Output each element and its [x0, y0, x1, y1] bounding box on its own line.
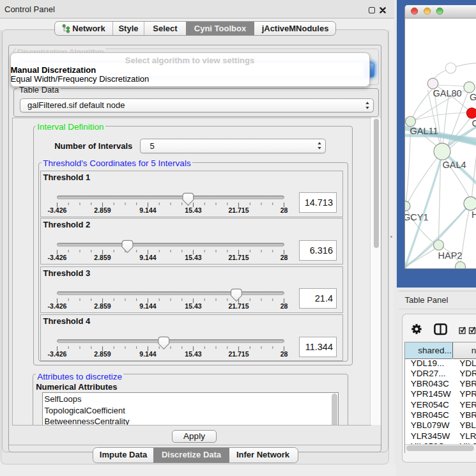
- svg-text:15.43: 15.43: [185, 302, 202, 310]
- svg-text:GAL11: GAL11: [410, 126, 438, 136]
- svg-text:9.144: 9.144: [140, 350, 157, 358]
- svg-text:HAP2: HAP2: [438, 250, 462, 261]
- svg-text:21.715: 21.715: [229, 206, 249, 214]
- svg-text:28: 28: [280, 302, 288, 310]
- svg-text:21.715: 21.715: [229, 350, 249, 358]
- svg-text:21.715: 21.715: [229, 302, 249, 310]
- svg-text:21.715: 21.715: [229, 254, 249, 261]
- svg-text:HIS4: HIS4: [472, 209, 476, 219]
- svg-text:-3.426: -3.426: [48, 350, 67, 358]
- svg-text:2.859: 2.859: [95, 206, 111, 214]
- svg-text:15.43: 15.43: [185, 206, 202, 214]
- svg-text:15.43: 15.43: [185, 350, 202, 358]
- svg-text:9.144: 9.144: [140, 254, 157, 261]
- svg-text:15.43: 15.43: [185, 254, 202, 261]
- svg-text:GAL4: GAL4: [470, 91, 476, 102]
- svg-text:CYC8: CYC8: [472, 118, 476, 128]
- svg-text:28: 28: [280, 206, 288, 214]
- svg-text:28: 28: [280, 350, 288, 358]
- svg-text:9.144: 9.144: [140, 302, 157, 310]
- svg-text:GAL4: GAL4: [442, 160, 466, 170]
- svg-text:2.859: 2.859: [95, 302, 111, 310]
- svg-text:-3.426: -3.426: [48, 254, 67, 261]
- svg-text:GAL80: GAL80: [433, 88, 461, 98]
- svg-text:-3.426: -3.426: [48, 302, 67, 310]
- svg-text:2.859: 2.859: [95, 350, 111, 358]
- svg-text:2.859: 2.859: [95, 254, 111, 261]
- svg-text:28: 28: [280, 254, 288, 261]
- svg-text:GCY1: GCY1: [405, 211, 429, 222]
- svg-text:-3.426: -3.426: [48, 206, 67, 214]
- svg-text:9.144: 9.144: [140, 206, 157, 214]
